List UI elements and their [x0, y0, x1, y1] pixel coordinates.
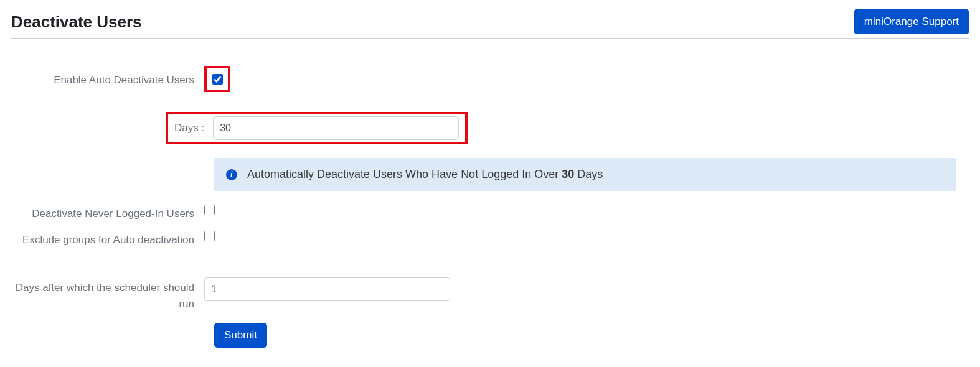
scheduler-input[interactable] [204, 277, 450, 301]
support-button[interactable]: miniOrange Support [854, 9, 969, 34]
never-logged-checkbox[interactable] [204, 205, 215, 215]
info-alert: i Automatically Deactivate Users Who Hav… [214, 158, 956, 191]
enable-auto-checkbox[interactable] [212, 74, 223, 85]
info-suffix: Days [574, 168, 603, 180]
info-prefix: Automatically Deactivate Users Who Have … [247, 168, 562, 180]
submit-button[interactable]: Submit [214, 323, 267, 348]
info-text: Automatically Deactivate Users Who Have … [247, 168, 603, 181]
never-logged-row: Deactivate Never Logged-In Users [11, 203, 969, 222]
enable-auto-highlight [204, 66, 230, 92]
exclude-groups-label: Exclude groups for Auto deactivation [11, 230, 204, 248]
enable-auto-label: Enable Auto Deactivate Users [11, 70, 204, 88]
exclude-groups-checkbox[interactable] [204, 231, 215, 241]
exclude-groups-row: Exclude groups for Auto deactivation [11, 230, 969, 248]
days-input[interactable] [213, 116, 459, 140]
info-icon: i [226, 169, 237, 180]
scheduler-label: Days after which the scheduler should ru… [11, 277, 204, 312]
never-logged-label: Deactivate Never Logged-In Users [11, 203, 204, 222]
days-highlight: Days : [166, 112, 468, 144]
enable-auto-row: Enable Auto Deactivate Users [11, 70, 969, 92]
info-bold: 30 [562, 168, 574, 180]
days-row: Days : [11, 100, 969, 144]
page-header: Deactivate Users miniOrange Support [11, 9, 969, 39]
scheduler-row: Days after which the scheduler should ru… [11, 277, 969, 312]
page-title: Deactivate Users [11, 12, 142, 32]
days-label: Days : [174, 122, 204, 134]
